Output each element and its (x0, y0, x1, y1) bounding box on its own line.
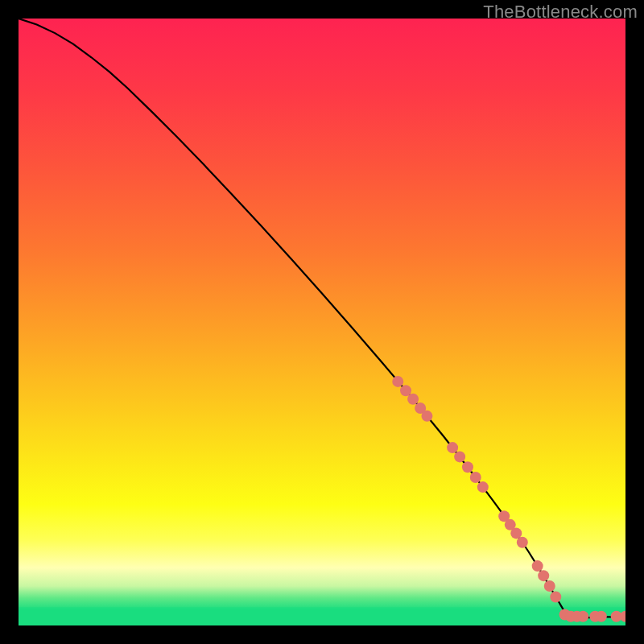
data-point (544, 580, 555, 592)
data-point (477, 481, 489, 493)
data-point (400, 385, 411, 396)
plot-area (19, 19, 625, 625)
data-point (421, 411, 432, 422)
data-point (538, 570, 549, 581)
bottom-band (19, 607, 625, 625)
data-point (577, 611, 588, 622)
gradient-background (19, 19, 625, 625)
watermark-text: TheBottleneck.com (483, 2, 638, 23)
data-point (517, 537, 528, 548)
data-point (532, 560, 543, 572)
chart-frame: TheBottleneck.com (0, 0, 644, 644)
data-point (454, 451, 465, 462)
data-point (596, 611, 607, 622)
data-point (407, 394, 419, 405)
data-point (550, 592, 561, 603)
data-point (462, 461, 473, 473)
data-point (447, 442, 458, 453)
chart-svg (19, 19, 625, 625)
data-point (470, 472, 481, 483)
data-point (392, 376, 403, 387)
